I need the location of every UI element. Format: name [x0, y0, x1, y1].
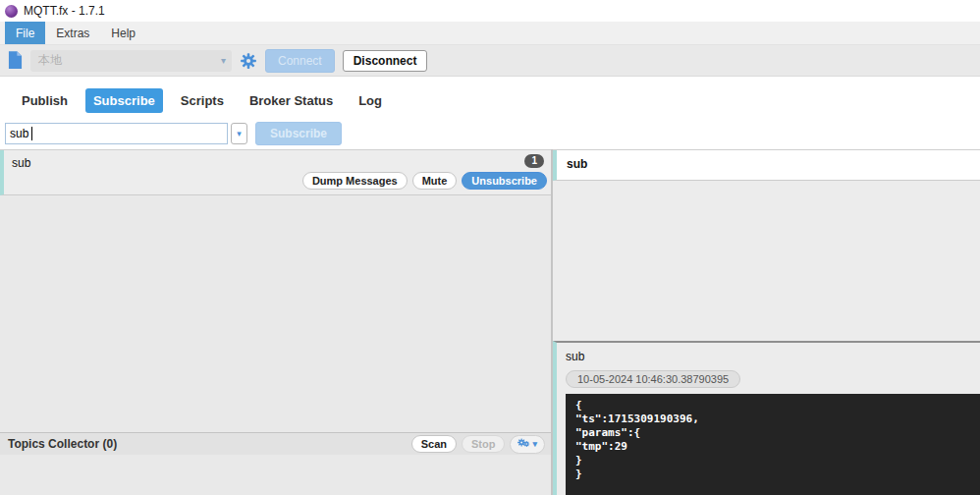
- message-timestamp: 10-05-2024 10:46:30.38790395: [566, 370, 740, 388]
- message-list-item[interactable]: sub: [553, 150, 980, 181]
- gears-icon: [517, 438, 530, 451]
- tab-scripts[interactable]: Scripts: [173, 88, 232, 113]
- connect-button[interactable]: Connect: [265, 49, 335, 73]
- messages-panel: sub sub 10-05-2024 10:46:30.38790395 { "…: [553, 149, 980, 495]
- subscription-item[interactable]: sub 1 Dump Messages Mute Unsubscribe: [0, 150, 551, 195]
- chevron-down-icon: ▾: [532, 438, 537, 450]
- unsubscribe-button[interactable]: Unsubscribe: [462, 172, 547, 190]
- topics-collector-title: Topics Collector (0): [8, 437, 407, 451]
- topic-input[interactable]: [5, 123, 228, 144]
- menu-help[interactable]: Help: [100, 22, 146, 44]
- dump-messages-button[interactable]: Dump Messages: [302, 172, 408, 190]
- main-tabs: Publish Subscribe Scripts Broker Status …: [0, 77, 980, 113]
- text-caret: [31, 127, 32, 140]
- message-payload: { "ts":1715309190396, "params":{ "tmp":2…: [566, 394, 980, 495]
- menu-file[interactable]: File: [5, 22, 45, 44]
- message-detail-panel: sub 10-05-2024 10:46:30.38790395 { "ts":…: [553, 341, 980, 495]
- main-area: sub 1 Dump Messages Mute Unsubscribe Top…: [0, 149, 980, 495]
- window-title: MQTT.fx - 1.7.1: [24, 4, 105, 18]
- chevron-down-icon: ▾: [221, 55, 226, 66]
- topics-collector-header: Topics Collector (0) Scan Stop: [0, 432, 551, 455]
- connection-profile-value: 本地: [38, 52, 221, 69]
- app-logo-icon: [5, 5, 18, 18]
- subscribe-bar: ▾ Subscribe: [5, 122, 980, 145]
- message-list-empty-area: [553, 181, 980, 341]
- disconnect-button[interactable]: Disconnect: [343, 50, 428, 72]
- topic-history-dropdown[interactable]: ▾: [231, 123, 247, 144]
- connection-profile-select[interactable]: 本地 ▾: [30, 50, 232, 72]
- subscription-list-empty-area: [0, 195, 551, 432]
- menu-extras[interactable]: Extras: [45, 22, 100, 44]
- title-bar: MQTT.fx - 1.7.1: [0, 0, 980, 22]
- topics-collector-body: [0, 455, 551, 495]
- tab-log[interactable]: Log: [351, 88, 390, 113]
- connection-settings-gear-icon[interactable]: [240, 52, 257, 70]
- subscriptions-panel: sub 1 Dump Messages Mute Unsubscribe Top…: [0, 149, 551, 495]
- tab-publish[interactable]: Publish: [14, 88, 76, 113]
- message-count-badge: 1: [524, 154, 544, 168]
- tab-broker-status[interactable]: Broker Status: [242, 88, 341, 113]
- message-detail-topic: sub: [566, 350, 980, 363]
- stop-button[interactable]: Stop: [462, 435, 505, 453]
- connection-toolbar: 本地 ▾ Connect Disconnect: [0, 45, 980, 77]
- topics-settings-button[interactable]: ▾: [510, 435, 545, 454]
- subscribe-button[interactable]: Subscribe: [255, 122, 342, 145]
- scan-button[interactable]: Scan: [411, 435, 457, 453]
- subscription-topic: sub: [12, 156, 30, 170]
- mute-button[interactable]: Mute: [412, 172, 458, 190]
- menu-bar: File Extras Help: [0, 22, 980, 45]
- profile-file-icon[interactable]: [8, 51, 23, 70]
- tab-subscribe[interactable]: Subscribe: [85, 88, 163, 113]
